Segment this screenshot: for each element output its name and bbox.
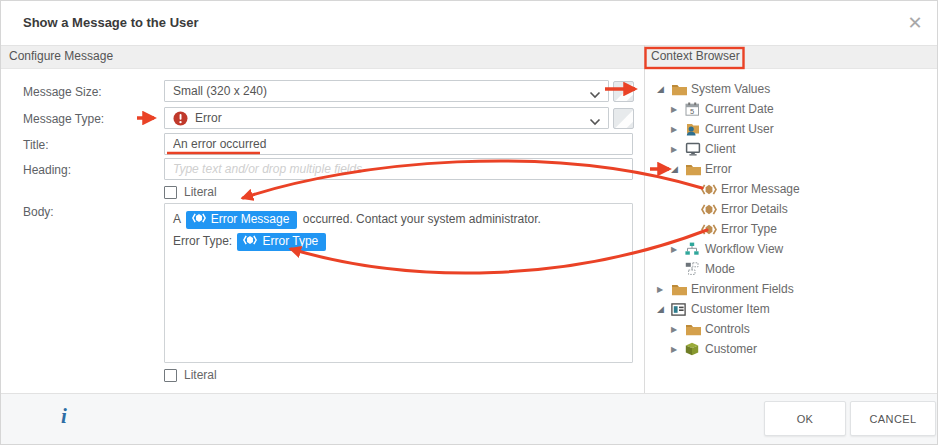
context-tree: ◢System Values▶5Current Date▶Current Use…: [649, 69, 938, 393]
mode-icon: [685, 262, 705, 276]
monitor-icon: [685, 142, 705, 156]
workflow-icon: [685, 242, 705, 256]
expand-icon[interactable]: ▶: [671, 145, 685, 154]
chevron-down-icon: [589, 88, 601, 102]
message-size-label: Message Size:: [23, 85, 102, 99]
dialog-titlebar: Show a Message to the User ✕: [1, 1, 938, 45]
field-token-icon: [192, 212, 206, 227]
body-label: Body:: [23, 205, 54, 219]
message-size-dropdown[interactable]: Small (320 x 240): [164, 80, 609, 102]
tree-item-error[interactable]: ◢Error: [649, 159, 938, 179]
cancel-button[interactable]: CANCEL: [850, 401, 936, 436]
info-icon[interactable]: i: [61, 404, 67, 429]
tree-item-label: Error: [705, 162, 732, 176]
context-browser-header: Context Browser: [651, 49, 740, 63]
body-text: occurred. Contact your system administra…: [303, 212, 541, 226]
expand-icon[interactable]: ▶: [671, 125, 685, 134]
folder-icon: [671, 283, 691, 296]
tree-item-current-user[interactable]: ▶Current User: [649, 119, 938, 139]
literal-checkbox-row-top: Literal: [164, 185, 217, 199]
literal-checkbox-label: Literal: [184, 185, 217, 199]
body-text: Error Type:: [173, 234, 232, 248]
message-type-expression-button[interactable]: [613, 108, 634, 129]
tree-item-mode[interactable]: Mode: [649, 259, 938, 279]
message-type-label: Message Type:: [23, 112, 104, 126]
close-icon[interactable]: ✕: [903, 11, 927, 35]
collapse-icon[interactable]: ◢: [657, 84, 671, 94]
body-text: A: [173, 212, 180, 226]
body-line-1: A Error Message occurred. Contact your s…: [173, 208, 624, 230]
heading-input[interactable]: [164, 158, 633, 180]
tree-item-customer-item[interactable]: ◢Customer Item: [649, 299, 938, 319]
error-message-chip[interactable]: Error Message: [186, 211, 298, 229]
tree-item-error-message[interactable]: Error Message: [649, 179, 938, 199]
tree-item-label: Workflow View: [705, 242, 783, 256]
token-icon: [701, 184, 721, 195]
tree-item-label: Error Message: [721, 182, 800, 196]
body-editor[interactable]: A Error Message occurred. Contact your s…: [164, 203, 633, 363]
collapse-icon[interactable]: ◢: [671, 164, 685, 174]
expand-icon[interactable]: ▶: [671, 325, 685, 334]
error-type-chip[interactable]: Error Type: [237, 233, 326, 251]
tree-item-current-date[interactable]: ▶5Current Date: [649, 99, 938, 119]
calendar-icon: 5: [685, 102, 705, 116]
tree-item-label: Error Type: [721, 222, 777, 236]
tree-item-label: Environment Fields: [691, 282, 794, 296]
tree-item-label: Current User: [705, 122, 774, 136]
chip-label: Error Message: [211, 212, 290, 227]
expand-icon[interactable]: ▶: [657, 285, 671, 294]
folder-icon: [685, 163, 705, 176]
message-type-dropdown[interactable]: Error: [164, 107, 609, 129]
tree-item-label: Error Details: [721, 202, 788, 216]
literal-checkbox-label: Literal: [184, 368, 217, 382]
tree-item-client[interactable]: ▶Client: [649, 139, 938, 159]
field-token-icon: [243, 234, 257, 249]
tree-item-label: Controls: [705, 322, 750, 336]
tree-item-system-values[interactable]: ◢System Values: [649, 79, 938, 99]
folder-icon: [685, 323, 705, 336]
ok-button[interactable]: OK: [764, 401, 846, 436]
tree-item-error-details[interactable]: Error Details: [649, 199, 938, 219]
configure-message-header: Configure Message: [9, 49, 113, 63]
expand-icon[interactable]: ▶: [671, 245, 685, 254]
tree-item-label: Mode: [705, 262, 735, 276]
title-label: Title:: [23, 138, 49, 152]
section-header-bar: [1, 45, 938, 69]
tree-item-label: Client: [705, 142, 736, 156]
tree-item-label: Current Date: [705, 102, 774, 116]
literal-checkbox[interactable]: [164, 369, 177, 382]
tree-item-label: Customer: [705, 342, 757, 356]
tree-item-label: Customer Item: [691, 302, 770, 316]
tree-item-label: System Values: [691, 82, 770, 96]
panel-divider: [644, 45, 645, 393]
chevron-down-icon: [589, 115, 601, 129]
svg-text:5: 5: [690, 107, 694, 116]
error-badge-icon: [173, 111, 188, 126]
body-line-2: Error Type: Error Type: [173, 230, 624, 252]
message-size-value: Small (320 x 240): [173, 84, 267, 98]
tree-item-customer[interactable]: ▶Customer: [649, 339, 938, 359]
folder-icon: [671, 83, 691, 96]
token-icon: [701, 224, 721, 235]
tree-item-workflow-view[interactable]: ▶Workflow View: [649, 239, 938, 259]
message-type-value: Error: [195, 111, 222, 125]
view-icon: [671, 303, 691, 316]
heading-label: Heading:: [23, 163, 71, 177]
tree-item-controls[interactable]: ▶Controls: [649, 319, 938, 339]
literal-checkbox[interactable]: [164, 186, 177, 199]
dialog-title: Show a Message to the User: [23, 15, 199, 30]
token-icon: [701, 204, 721, 215]
literal-checkbox-row-bottom: Literal: [164, 368, 217, 382]
cube-icon: [685, 342, 705, 356]
message-size-expression-button[interactable]: [613, 81, 634, 102]
tree-item-error-type[interactable]: Error Type: [649, 219, 938, 239]
expand-icon[interactable]: ▶: [671, 345, 685, 354]
chip-label: Error Type: [262, 234, 318, 249]
user-icon: [685, 122, 705, 136]
collapse-icon[interactable]: ◢: [657, 304, 671, 314]
title-input[interactable]: [164, 133, 633, 155]
tree-item-environment-fields[interactable]: ▶Environment Fields: [649, 279, 938, 299]
show-message-dialog: Show a Message to the User ✕ Configure M…: [0, 0, 938, 445]
expand-icon[interactable]: ▶: [671, 105, 685, 114]
